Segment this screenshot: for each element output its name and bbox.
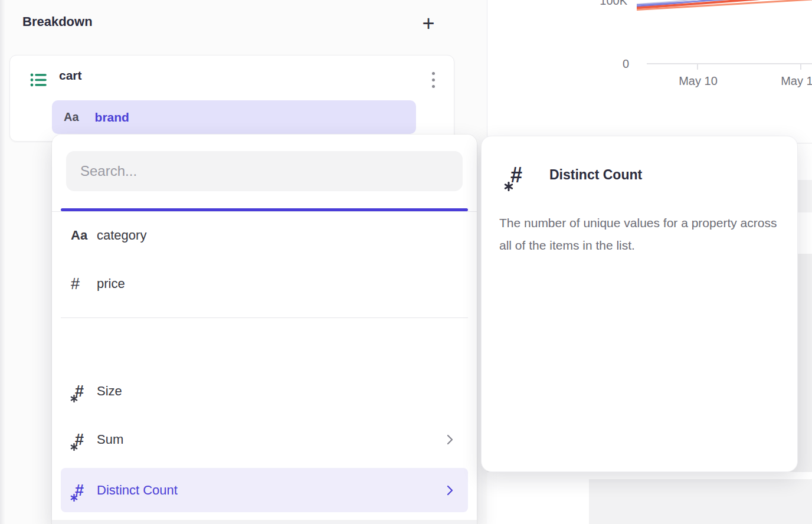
popover-description: The number of unique values for a proper…: [499, 212, 782, 257]
dropdown-item-price[interactable]: # price: [61, 264, 468, 303]
dropdown-item-distinct-count[interactable]: # Distinct Count: [61, 468, 468, 512]
distinct-count-info-popover: # Distinct Count The number of unique va…: [481, 136, 798, 472]
dropdown-item-label: Sum: [97, 432, 123, 447]
selected-subproperty-chip[interactable]: Aa brand: [52, 100, 416, 134]
subproperty-name: brand: [95, 110, 129, 125]
dropdown-bottom-strip: [52, 520, 477, 524]
section-divider: [61, 317, 468, 318]
bottom-right-panel: [589, 479, 812, 524]
computed-number-icon: #: [505, 162, 530, 189]
dropdown-item-sum[interactable]: # Sum: [61, 420, 468, 459]
app-root: 100K 0 May 10 May 17 Breakdown +: [0, 0, 812, 524]
text-type-icon: Aa: [64, 110, 79, 124]
page-left-edge-shadow: [0, 0, 5, 524]
chevron-right-icon: [447, 434, 453, 445]
x-axis-label-may17: May 17: [777, 74, 812, 88]
property-select-dropdown: Aa category # price Computed # Size #: [52, 135, 477, 524]
plus-icon: +: [422, 13, 434, 34]
kebab-dot: [432, 78, 435, 81]
chevron-right-icon: [447, 485, 453, 496]
dropdown-item-label: category: [97, 228, 146, 243]
property-name: cart: [59, 68, 82, 83]
search-field: [66, 151, 463, 191]
kebab-dot: [432, 72, 435, 75]
dropdown-item-label: Size: [97, 384, 122, 399]
chart-panel: 100K 0 May 10 May 17: [487, 0, 812, 143]
text-type-icon: Aa: [71, 228, 87, 243]
number-type-icon: #: [71, 275, 80, 293]
dropdown-item-size[interactable]: # Size: [61, 372, 468, 411]
breakdown-section-title: Breakdown: [22, 14, 93, 30]
line-chart-series: [637, 0, 812, 25]
x-axis-label-may10: May 10: [675, 74, 722, 88]
y-axis-tick-100k: 100K: [592, 0, 627, 8]
breakdown-card-row[interactable]: cart: [10, 55, 454, 97]
computed-number-icon: #: [71, 381, 90, 401]
card-overflow-menu-button[interactable]: [423, 70, 443, 90]
y-axis-tick-0: 0: [594, 57, 629, 71]
search-input[interactable]: [66, 151, 463, 191]
popover-title: Distinct Count: [549, 167, 642, 183]
kebab-dot: [432, 85, 435, 88]
x-axis-tickmark: [697, 64, 698, 70]
tabbar-border: [52, 211, 477, 212]
x-axis-line: [647, 63, 812, 64]
x-axis-tickmark: [800, 64, 801, 70]
list-property-icon: [30, 71, 47, 89]
dropdown-item-label: price: [97, 276, 125, 292]
dropdown-item-label: Distinct Count: [97, 483, 178, 498]
add-breakdown-button[interactable]: +: [415, 11, 441, 37]
computed-number-icon: #: [71, 480, 90, 500]
dropdown-item-category[interactable]: Aa category: [61, 216, 468, 255]
computed-number-icon: #: [71, 430, 90, 450]
